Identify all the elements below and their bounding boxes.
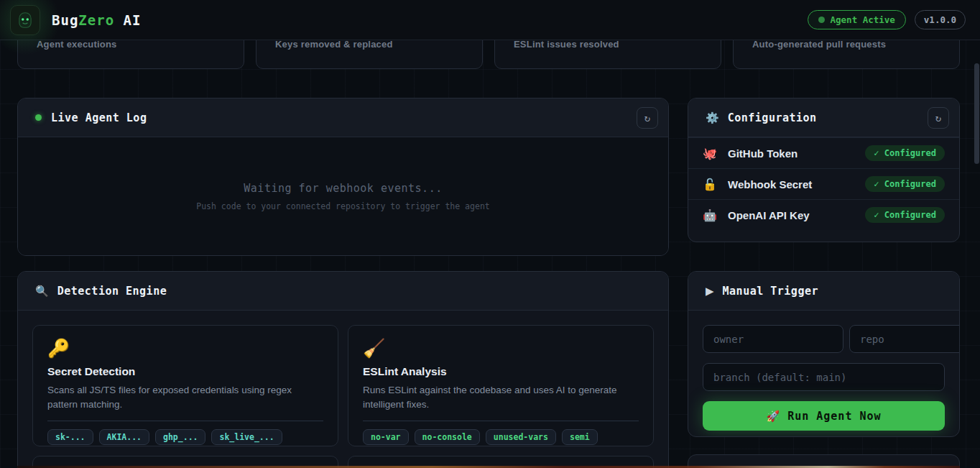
manual-trigger-header: ▶ Manual Trigger (688, 272, 959, 311)
detection-cards-grid: 🔑 Secret Detection Scans all JS/TS files… (18, 311, 668, 468)
broom-icon: 🧹 (363, 337, 639, 359)
detection-engine-title: Detection Engine (57, 285, 167, 298)
octopus-icon: 🐙 (703, 147, 718, 160)
version-label: v1.0.0 (924, 14, 956, 25)
configuration-header: ⚙️ Configuration ↻ (688, 98, 959, 137)
live-agent-log-header: Live Agent Log ↻ (18, 98, 668, 137)
rocket-icon: 🚀 (766, 410, 780, 423)
pattern-chip: AKIA... (99, 429, 149, 445)
rule-chip: no-console (415, 429, 480, 445)
agent-active-label: Agent Active (831, 14, 895, 25)
gear-icon: ⚙️ (706, 111, 719, 124)
configuration-title: Configuration (728, 111, 817, 124)
manual-trigger-title: Manual Trigger (723, 285, 818, 298)
live-status-dot-icon (35, 114, 42, 121)
bugzero-logo-icon (10, 5, 40, 35)
repo-input[interactable] (849, 325, 960, 353)
live-agent-log-panel: Live Agent Log ↻ Waiting for webhook eve… (17, 98, 669, 256)
detection-engine-header: 🔍 Detection Engine (18, 272, 668, 311)
detection-card-title: Secret Detection (47, 365, 323, 378)
configured-status-badge: ✓ Configured (865, 176, 945, 192)
pattern-chip: sk-... (47, 429, 93, 445)
manual-trigger-body: 🚀 Run Agent Now (688, 311, 959, 437)
refresh-icon: ↻ (935, 113, 941, 123)
stat-card-label: ESLint issues resolved (514, 39, 619, 50)
page-scrollbar[interactable] (974, 0, 980, 468)
agent-active-badge: Agent Active (808, 10, 906, 29)
divider (47, 421, 323, 421)
config-label: Webhook Secret (728, 178, 812, 191)
configured-status-badge: ✓ Configured (865, 145, 945, 161)
config-row-webhook-secret: 🔓 Webhook Secret ✓ Configured (688, 168, 959, 199)
pattern-chips: sk-... AKIA... ghp_... sk_live_... Beare… (47, 429, 323, 447)
rule-chip: no-var (363, 429, 409, 445)
refresh-log-button[interactable]: ↻ (637, 107, 658, 129)
detection-card-description: Runs ESLint against the codebase and use… (363, 383, 639, 413)
brand-part-ai: AI (114, 12, 141, 28)
brand-part-zero: Zero (78, 12, 114, 28)
play-icon: ▶ (706, 285, 714, 298)
stat-card-label: Keys removed & replaced (275, 39, 393, 50)
refresh-icon: ↻ (644, 113, 650, 123)
refresh-config-button[interactable]: ↻ (928, 107, 949, 129)
configured-status-badge: ✓ Configured (865, 207, 945, 223)
live-agent-log-body: Waiting for webhook events... Push code … (18, 137, 668, 256)
config-row-openai-key: 🤖 OpenAI API Key ✓ Configured (688, 199, 959, 230)
bug-icon (16, 11, 34, 29)
logo-wrap (10, 5, 40, 35)
agent-active-dot-icon (818, 17, 825, 23)
detection-card-description: Scans all JS/TS files for exposed creden… (47, 383, 323, 413)
detection-engine-panel: 🔍 Detection Engine 🔑 Secret Detection Sc… (17, 271, 669, 468)
brand-part-bug: Bug (52, 12, 78, 28)
rule-chip: unused-vars (486, 429, 556, 445)
rule-chips: no-var no-console unused-vars semi (363, 429, 639, 445)
config-label: GitHub Token (728, 147, 798, 160)
run-agent-label: Run Agent Now (787, 410, 881, 423)
lock-icon: 🔓 (703, 178, 718, 191)
run-agent-button[interactable]: 🚀 Run Agent Now (703, 401, 945, 431)
manual-trigger-panel: ▶ Manual Trigger 🚀 Run Agent Now (688, 271, 960, 437)
detection-card-title: ESLint Analysis (363, 365, 639, 378)
detection-card-secret: 🔑 Secret Detection Scans all JS/TS files… (32, 325, 338, 446)
key-icon: 🔑 (47, 337, 323, 359)
rule-chip: semi (562, 429, 598, 445)
magnifier-icon: 🔍 (35, 285, 49, 298)
config-row-github-token: 🐙 GitHub Token ✓ Configured (688, 137, 959, 168)
waiting-message: Waiting for webhook events... (244, 182, 442, 195)
divider (363, 421, 639, 421)
top-header: BugZero AI Agent Active v1.0.0 (0, 0, 980, 40)
detection-card-eslint: 🧹 ESLint Analysis Runs ESLint against th… (348, 325, 654, 446)
config-label: OpenAI API Key (728, 209, 810, 221)
owner-input[interactable] (703, 325, 843, 353)
version-badge: v1.0.0 (915, 10, 966, 29)
stat-card-label: Agent executions (37, 39, 117, 50)
waiting-hint: Push code to your connected repository t… (196, 201, 490, 211)
branch-input[interactable] (703, 363, 945, 391)
configuration-panel: ⚙️ Configuration ↻ 🐙 GitHub Token ✓ Conf… (688, 98, 960, 242)
live-agent-log-title: Live Agent Log (51, 111, 147, 124)
scrollbar-thumb[interactable] (974, 63, 979, 164)
pattern-chip: ghp_... (155, 429, 205, 445)
owner-repo-row (703, 325, 960, 353)
stat-card-label: Auto-generated pull requests (752, 39, 886, 50)
brand-title: BugZero AI (52, 12, 141, 28)
robot-icon: 🤖 (703, 208, 718, 222)
pattern-chip: sk_live_... (211, 429, 282, 445)
